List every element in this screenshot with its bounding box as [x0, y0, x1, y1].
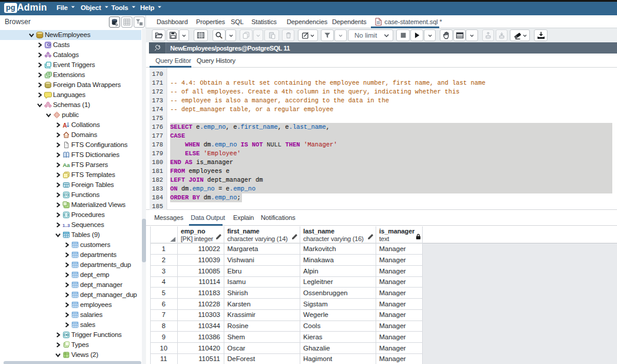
svg-text:1..3: 1..3 — [62, 223, 70, 228]
svg-text:A: A — [63, 122, 67, 129]
svg-text:Aa: Aa — [63, 162, 71, 168]
